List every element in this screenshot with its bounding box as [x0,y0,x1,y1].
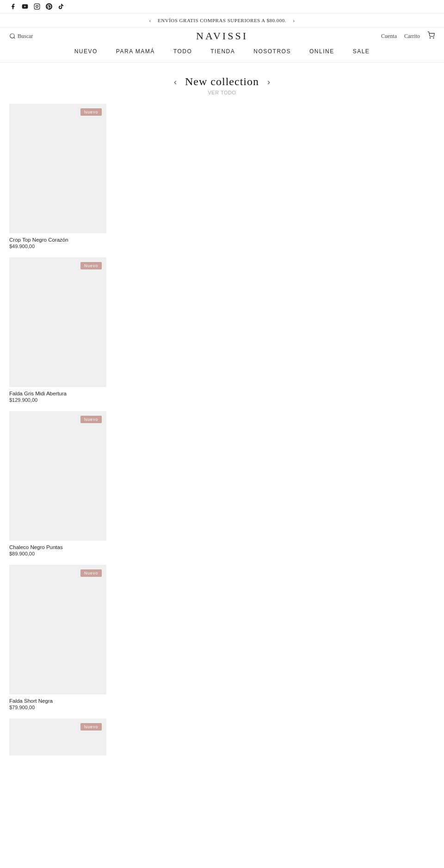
pinterest-icon[interactable] [45,3,53,10]
product-image: Nuevo [9,411,106,541]
search-button[interactable]: Buscar [9,33,33,40]
nav-para-mama[interactable]: PARA MAMÁ [116,48,155,55]
product-name: Falda Gris Midi Abertura [9,391,106,396]
nav-nosotros[interactable]: NOSOTROS [253,48,291,55]
product-image-partial: Nuevo [9,718,106,756]
logo[interactable]: NAVISSI [196,30,248,42]
products-list: Nuevo Crop Top Negro Corazón $49.900,00 … [0,104,444,774]
nav-todo[interactable]: TODO [173,48,192,55]
svg-point-6 [430,37,430,38]
product-name: Falda Short Negra [9,698,106,704]
collection-title: New collection [185,75,259,88]
cart-icon[interactable] [427,31,435,41]
nuevo-badge: Nuevo [80,723,102,731]
svg-rect-1 [34,4,40,9]
collection-header: ‹ New collection › [0,62,444,90]
nav-sale[interactable]: SALE [353,48,370,55]
nav-online[interactable]: ONLINE [309,48,334,55]
youtube-icon[interactable] [21,3,29,10]
collection-prev-btn[interactable]: ‹ [174,78,177,86]
account-link[interactable]: Cuenta [381,33,397,40]
promo-nav[interactable]: ‹ [149,17,151,24]
promo-bar: ‹ ENVÍOS GRATIS COMPRAS SUPERIORES A $80… [0,13,444,28]
svg-point-4 [10,34,14,38]
product-price: $129.900,00 [9,397,106,403]
product-name: Chaleco Negro Puntas [9,544,106,550]
promo-next-btn[interactable]: › [293,17,295,24]
collection-subtitle[interactable]: VER TODO [0,90,444,104]
promo-prev-btn[interactable]: ‹ [149,17,151,24]
product-image: Nuevo [9,257,106,387]
collection-next-btn[interactable]: › [267,78,270,86]
promo-nav-next[interactable]: › [293,17,295,24]
product-card[interactable]: Nuevo Falda Gris Midi Abertura $129.900,… [9,257,106,403]
instagram-icon[interactable] [33,3,41,10]
product-price: $89.900,00 [9,551,106,556]
product-image: Nuevo [9,104,106,233]
main-nav: NUEVO PARA MAMÁ TODO TIENDA NOSOTROS ONL… [0,43,444,62]
nuevo-badge: Nuevo [80,262,102,269]
product-card[interactable]: Nuevo Falda Short Negra $79.900,00 [9,565,106,710]
svg-point-7 [433,37,434,38]
promo-text: ENVÍOS GRATIS COMPRAS SUPERIORES A $80.0… [158,18,286,23]
nav-nuevo[interactable]: NUEVO [74,48,98,55]
product-price: $79.900,00 [9,705,106,710]
product-name: Crop Top Negro Corazón [9,237,106,243]
svg-point-2 [36,6,38,8]
cart-link[interactable]: Carrito [404,33,420,40]
product-card-partial[interactable]: Nuevo [9,718,106,756]
product-card[interactable]: Nuevo Crop Top Negro Corazón $49.900,00 [9,104,106,249]
product-image: Nuevo [9,565,106,694]
nuevo-badge: Nuevo [80,108,102,116]
svg-point-3 [38,5,39,5]
product-card[interactable]: Nuevo Chaleco Negro Puntas $89.900,00 [9,411,106,556]
nuevo-badge: Nuevo [80,569,102,577]
header: Buscar NAVISSI Cuenta Carrito [0,28,444,43]
svg-line-5 [14,37,15,39]
tiktok-icon[interactable] [57,3,65,10]
search-label: Buscar [18,33,33,40]
search-icon [9,33,16,39]
nuevo-badge: Nuevo [80,416,102,423]
logo-text: NAVISSI [196,30,248,42]
social-bar [0,0,444,13]
nav-tienda[interactable]: TIENDA [210,48,235,55]
facebook-icon[interactable] [9,3,17,10]
product-price: $49.900,00 [9,244,106,249]
header-right: Cuenta Carrito [381,31,435,41]
